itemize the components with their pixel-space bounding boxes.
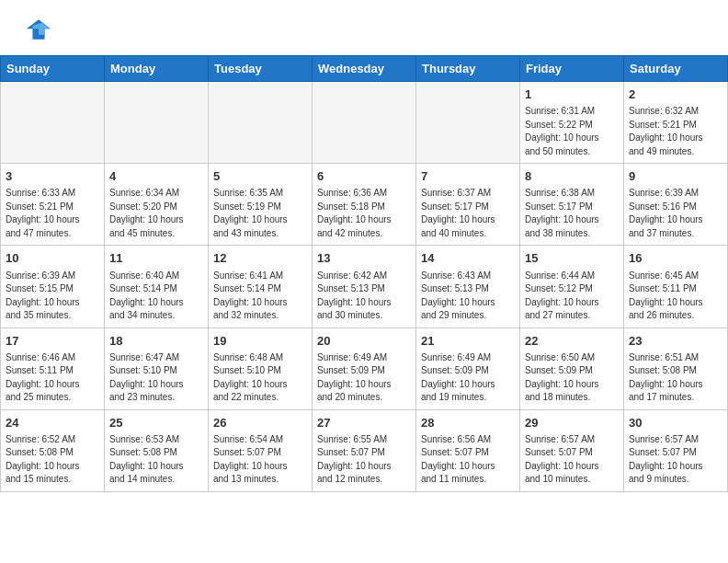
day-cell: 3Sunrise: 6:33 AMSunset: 5:21 PMDaylight…	[1, 164, 105, 246]
day-number: 24	[6, 415, 99, 431]
day-cell	[313, 82, 416, 164]
day-info: Sunrise: 6:51 AMSunset: 5:08 PMDaylight:…	[629, 351, 722, 405]
day-cell: 8Sunrise: 6:38 AMSunset: 5:17 PMDaylight…	[520, 164, 624, 246]
day-cell: 25Sunrise: 6:53 AMSunset: 5:08 PMDayligh…	[105, 409, 209, 491]
weekday-header-sunday: Sunday	[1, 56, 105, 82]
day-info: Sunrise: 6:47 AMSunset: 5:10 PMDaylight:…	[109, 351, 203, 405]
day-info: Sunrise: 6:35 AMSunset: 5:19 PMDaylight:…	[213, 187, 307, 240]
day-cell	[209, 82, 313, 164]
weekday-header-tuesday: Tuesday	[209, 56, 313, 82]
day-number: 14	[421, 250, 515, 267]
day-cell: 24Sunrise: 6:52 AMSunset: 5:08 PMDayligh…	[1, 409, 105, 491]
day-cell: 12Sunrise: 6:41 AMSunset: 5:14 PMDayligh…	[209, 246, 313, 327]
day-info: Sunrise: 6:43 AMSunset: 5:13 PMDaylight:…	[421, 270, 515, 323]
week-row-3: 10Sunrise: 6:39 AMSunset: 5:15 PMDayligh…	[1, 246, 728, 327]
day-number: 3	[6, 168, 99, 185]
day-info: Sunrise: 6:41 AMSunset: 5:14 PMDaylight:…	[213, 270, 307, 323]
day-info: Sunrise: 6:52 AMSunset: 5:08 PMDaylight:…	[6, 433, 99, 487]
page: SundayMondayTuesdayWednesdayThursdayFrid…	[0, 0, 728, 492]
day-cell	[1, 82, 105, 164]
day-info: Sunrise: 6:54 AMSunset: 5:07 PMDaylight:…	[213, 433, 307, 487]
day-cell: 20Sunrise: 6:49 AMSunset: 5:09 PMDayligh…	[313, 327, 416, 409]
weekday-header-wednesday: Wednesday	[313, 56, 416, 82]
day-cell: 16Sunrise: 6:45 AMSunset: 5:11 PMDayligh…	[624, 246, 728, 327]
logo-icon	[22, 17, 55, 42]
weekday-header-row: SundayMondayTuesdayWednesdayThursdayFrid…	[1, 56, 728, 82]
day-number: 7	[421, 168, 515, 185]
day-info: Sunrise: 6:38 AMSunset: 5:17 PMDaylight:…	[525, 187, 619, 240]
day-number: 10	[6, 250, 99, 267]
day-info: Sunrise: 6:42 AMSunset: 5:13 PMDaylight:…	[317, 270, 411, 323]
day-info: Sunrise: 6:40 AMSunset: 5:14 PMDaylight:…	[109, 270, 203, 323]
day-cell	[105, 82, 209, 164]
day-cell: 18Sunrise: 6:47 AMSunset: 5:10 PMDayligh…	[105, 327, 209, 409]
weekday-header-thursday: Thursday	[416, 56, 520, 82]
day-cell: 17Sunrise: 6:46 AMSunset: 5:11 PMDayligh…	[1, 327, 105, 409]
day-number: 18	[109, 333, 203, 350]
day-info: Sunrise: 6:32 AMSunset: 5:21 PMDaylight:…	[629, 105, 722, 158]
day-number: 8	[525, 168, 619, 185]
day-number: 6	[317, 168, 411, 185]
day-info: Sunrise: 6:44 AMSunset: 5:12 PMDaylight:…	[525, 270, 619, 323]
week-row-5: 24Sunrise: 6:52 AMSunset: 5:08 PMDayligh…	[1, 409, 728, 491]
day-number: 30	[629, 415, 722, 431]
day-cell: 14Sunrise: 6:43 AMSunset: 5:13 PMDayligh…	[416, 246, 520, 327]
day-number: 21	[421, 333, 515, 350]
day-cell: 2Sunrise: 6:32 AMSunset: 5:21 PMDaylight…	[624, 82, 728, 164]
day-cell: 13Sunrise: 6:42 AMSunset: 5:13 PMDayligh…	[313, 246, 416, 327]
day-info: Sunrise: 6:49 AMSunset: 5:09 PMDaylight:…	[317, 351, 411, 405]
day-cell: 1Sunrise: 6:31 AMSunset: 5:22 PMDaylight…	[520, 82, 624, 164]
day-number: 5	[213, 168, 307, 185]
header	[0, 0, 728, 52]
day-number: 16	[629, 250, 722, 267]
day-cell: 11Sunrise: 6:40 AMSunset: 5:14 PMDayligh…	[105, 246, 209, 327]
day-cell: 19Sunrise: 6:48 AMSunset: 5:10 PMDayligh…	[209, 327, 313, 409]
day-info: Sunrise: 6:49 AMSunset: 5:09 PMDaylight:…	[421, 351, 515, 405]
day-info: Sunrise: 6:37 AMSunset: 5:17 PMDaylight:…	[421, 187, 515, 240]
day-number: 9	[629, 168, 722, 185]
week-row-2: 3Sunrise: 6:33 AMSunset: 5:21 PMDaylight…	[1, 164, 728, 246]
day-info: Sunrise: 6:48 AMSunset: 5:10 PMDaylight:…	[213, 351, 307, 405]
day-info: Sunrise: 6:39 AMSunset: 5:15 PMDaylight:…	[6, 270, 99, 323]
day-number: 25	[109, 415, 203, 431]
day-number: 26	[213, 415, 307, 431]
day-info: Sunrise: 6:53 AMSunset: 5:08 PMDaylight:…	[109, 433, 203, 487]
day-info: Sunrise: 6:45 AMSunset: 5:11 PMDaylight:…	[629, 270, 722, 323]
day-number: 13	[317, 250, 411, 267]
day-number: 2	[629, 86, 722, 103]
day-cell: 29Sunrise: 6:57 AMSunset: 5:07 PMDayligh…	[520, 409, 624, 491]
day-number: 20	[317, 333, 411, 350]
day-cell: 6Sunrise: 6:36 AMSunset: 5:18 PMDaylight…	[313, 164, 416, 246]
day-info: Sunrise: 6:56 AMSunset: 5:07 PMDaylight:…	[421, 433, 515, 487]
day-cell: 15Sunrise: 6:44 AMSunset: 5:12 PMDayligh…	[520, 246, 624, 327]
day-number: 4	[109, 168, 203, 185]
day-cell: 7Sunrise: 6:37 AMSunset: 5:17 PMDaylight…	[416, 164, 520, 246]
day-number: 23	[629, 333, 722, 350]
day-cell: 30Sunrise: 6:57 AMSunset: 5:07 PMDayligh…	[624, 409, 728, 491]
day-info: Sunrise: 6:36 AMSunset: 5:18 PMDaylight:…	[317, 187, 411, 240]
logo	[22, 17, 61, 42]
day-info: Sunrise: 6:31 AMSunset: 5:22 PMDaylight:…	[525, 105, 619, 158]
day-info: Sunrise: 6:34 AMSunset: 5:20 PMDaylight:…	[109, 187, 203, 240]
week-row-1: 1Sunrise: 6:31 AMSunset: 5:22 PMDaylight…	[1, 82, 728, 164]
day-number: 1	[525, 86, 619, 103]
day-number: 12	[213, 250, 307, 267]
day-cell: 21Sunrise: 6:49 AMSunset: 5:09 PMDayligh…	[416, 327, 520, 409]
day-cell: 22Sunrise: 6:50 AMSunset: 5:09 PMDayligh…	[520, 327, 624, 409]
day-number: 29	[525, 415, 619, 431]
week-row-4: 17Sunrise: 6:46 AMSunset: 5:11 PMDayligh…	[1, 327, 728, 409]
day-number: 11	[109, 250, 203, 267]
day-number: 22	[525, 333, 619, 350]
calendar: SundayMondayTuesdayWednesdayThursdayFrid…	[0, 55, 728, 492]
day-info: Sunrise: 6:55 AMSunset: 5:07 PMDaylight:…	[317, 433, 411, 487]
day-cell: 5Sunrise: 6:35 AMSunset: 5:19 PMDaylight…	[209, 164, 313, 246]
day-number: 27	[317, 415, 411, 431]
weekday-header-monday: Monday	[105, 56, 209, 82]
day-cell: 9Sunrise: 6:39 AMSunset: 5:16 PMDaylight…	[624, 164, 728, 246]
day-info: Sunrise: 6:50 AMSunset: 5:09 PMDaylight:…	[525, 351, 619, 405]
day-number: 19	[213, 333, 307, 350]
day-cell	[416, 82, 520, 164]
day-cell: 23Sunrise: 6:51 AMSunset: 5:08 PMDayligh…	[624, 327, 728, 409]
day-info: Sunrise: 6:39 AMSunset: 5:16 PMDaylight:…	[629, 187, 722, 240]
day-info: Sunrise: 6:57 AMSunset: 5:07 PMDaylight:…	[525, 433, 619, 487]
